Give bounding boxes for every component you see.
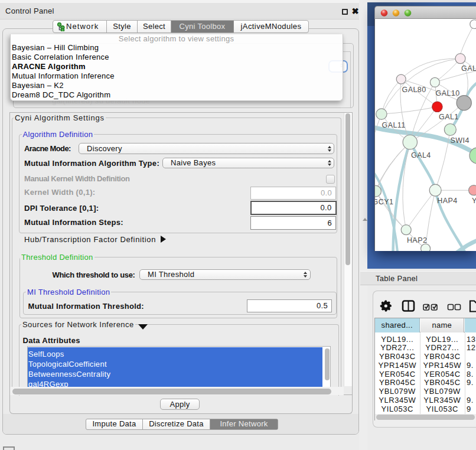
svg-text:GCY1: GCY1: [375, 197, 393, 206]
svg-text:HAP2: HAP2: [406, 236, 426, 244]
svg-text:HAP4: HAP4: [437, 197, 457, 205]
svg-text:SWI4: SWI4: [450, 136, 469, 144]
svg-text:GAL2: GAL2: [461, 64, 476, 73]
svg-text:GAL1: GAL1: [439, 112, 459, 120]
svg-text:GAL10: GAL10: [435, 89, 459, 97]
svg-text:YM: YM: [472, 197, 476, 205]
svg-text:GAL80: GAL80: [402, 85, 426, 93]
svg-text:GAL4: GAL4: [411, 151, 431, 159]
svg-text:GAL11: GAL11: [382, 120, 405, 129]
